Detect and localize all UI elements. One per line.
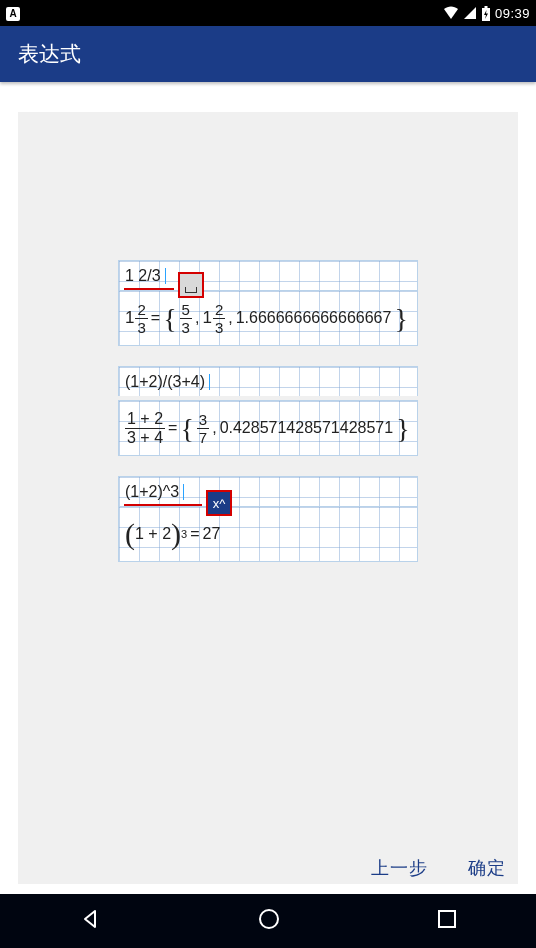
svg-point-2 — [260, 910, 278, 928]
navigation-bar — [0, 894, 536, 948]
fraction: 53 — [180, 302, 192, 335]
battery-icon — [481, 6, 491, 21]
example-2-input[interactable]: (1+2)/(3+4) — [118, 366, 418, 396]
paren-expression: (1 + 2)3 — [125, 522, 187, 546]
example-2-output: 1 + 23 + 4 = { 37 , 0.428571428571428571… — [118, 400, 418, 456]
space-key-hint — [178, 272, 204, 298]
content-area: 1 2/3 1 23 = { 53 , 123 , — [0, 82, 536, 894]
status-bar: A 09:39 — [0, 0, 536, 26]
input-text: (1+2)^3 — [125, 483, 179, 501]
decimal-value: 1.6666666666666667 — [236, 309, 392, 327]
result-value: 27 — [203, 525, 221, 543]
big-fraction: 1 + 23 + 4 — [125, 411, 165, 446]
power-key-hint: x^ — [206, 490, 232, 516]
mixed-fraction: 1 23 — [125, 302, 148, 335]
example-1-input[interactable]: 1 2/3 — [118, 260, 418, 290]
recent-icon[interactable] — [436, 908, 458, 934]
back-icon[interactable] — [78, 907, 102, 935]
input-text: 1 2/3 — [125, 267, 161, 285]
page-title: 表达式 — [18, 40, 81, 68]
clock: 09:39 — [495, 6, 530, 21]
example-3-input[interactable]: (1+2)^3 — [118, 476, 418, 506]
ime-indicator: A — [6, 7, 20, 21]
example-3-output: (1 + 2)3 = 27 — [118, 506, 418, 562]
svg-rect-1 — [484, 6, 487, 8]
ok-button[interactable]: 确定 — [468, 856, 506, 880]
examples-panel: 1 2/3 1 23 = { 53 , 123 , — [18, 112, 518, 884]
example-3: (1+2)^3 x^ (1 + 2)3 = 27 — [118, 476, 418, 562]
dialog-button-row: 上一步 确定 — [371, 856, 506, 880]
prev-button[interactable]: 上一步 — [371, 856, 428, 880]
fraction: 37 — [197, 412, 209, 445]
app-bar: 表达式 — [0, 26, 536, 82]
svg-rect-3 — [439, 911, 455, 927]
signal-icon — [463, 6, 477, 20]
example-1-output: 1 23 = { 53 , 123 , 1.6666666666666667 } — [118, 290, 418, 346]
input-text: (1+2)/(3+4) — [125, 373, 205, 391]
example-2: (1+2)/(3+4) 1 + 23 + 4 = { 37 , 0.428571… — [118, 366, 418, 456]
example-1: 1 2/3 1 23 = { 53 , 123 , — [118, 260, 418, 346]
wifi-icon — [443, 6, 459, 20]
decimal-value: 0.428571428571428571 — [220, 419, 394, 437]
home-icon[interactable] — [257, 907, 281, 935]
